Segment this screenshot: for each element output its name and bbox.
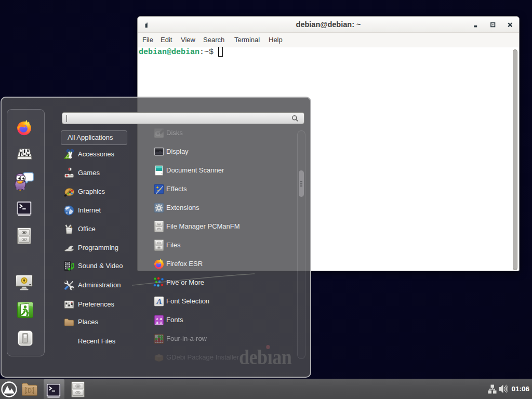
- svg-text:a: a: [159, 320, 162, 325]
- svg-text:A: A: [156, 297, 162, 305]
